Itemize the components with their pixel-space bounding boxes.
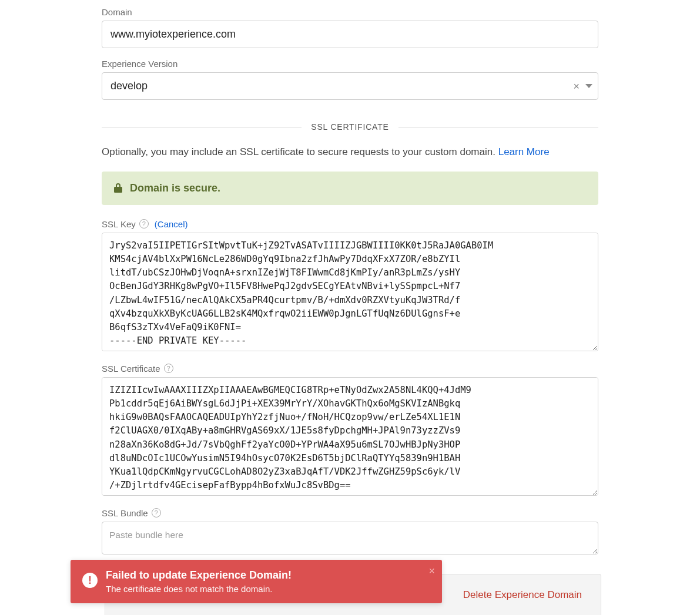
ssl-key-label: SSL Key (102, 219, 136, 229)
ssl-intro-body: Optionally, you may include an SSL certi… (102, 146, 498, 157)
delete-experience-domain-link[interactable]: Delete Experience Domain (463, 589, 582, 601)
close-icon[interactable]: × (428, 566, 435, 576)
ssl-bundle-textarea[interactable] (102, 522, 598, 554)
toast-message: The certificate does not match the domai… (106, 584, 292, 594)
ssl-section-title: SSL CERTIFICATE (302, 122, 398, 132)
error-toast: ! Failed to update Experience Domain! Th… (71, 560, 442, 603)
ssl-certificate-textarea[interactable] (102, 377, 598, 496)
experience-version-value[interactable] (102, 72, 598, 100)
domain-secure-banner: Domain is secure. (102, 172, 598, 205)
ssl-bundle-label: SSL Bundle (102, 508, 148, 518)
clear-selection-icon[interactable]: × (573, 81, 580, 92)
ssl-key-textarea[interactable] (102, 233, 598, 351)
ssl-key-cancel-link[interactable]: (Cancel) (155, 219, 188, 229)
domain-secure-text: Domain is secure. (130, 182, 220, 194)
help-icon[interactable]: ? (139, 219, 149, 228)
help-icon[interactable]: ? (152, 508, 161, 517)
lock-icon (113, 183, 123, 193)
experience-version-label: Experience Version (102, 59, 598, 69)
experience-version-select[interactable]: × (102, 72, 598, 100)
domain-input[interactable] (102, 21, 598, 48)
chevron-down-icon[interactable] (585, 84, 592, 88)
error-icon: ! (82, 573, 98, 588)
toast-title: Failed to update Experience Domain! (106, 569, 292, 582)
domain-label: Domain (102, 7, 598, 17)
ssl-certificate-label: SSL Certificate (102, 364, 160, 374)
ssl-section-divider: SSL CERTIFICATE (102, 122, 598, 132)
learn-more-link[interactable]: Learn More (498, 146, 550, 157)
ssl-intro-text: Optionally, you may include an SSL certi… (102, 144, 598, 160)
help-icon[interactable]: ? (164, 364, 173, 373)
